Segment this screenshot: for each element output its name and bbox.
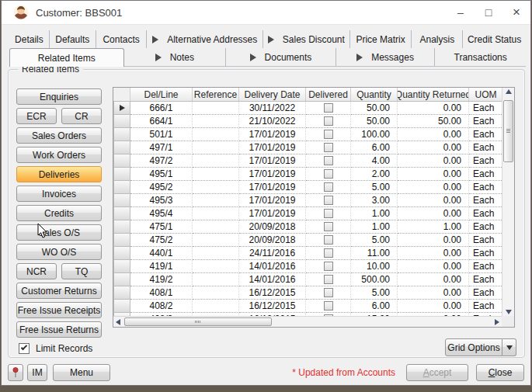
minimize-button[interactable]: – — [447, 1, 475, 24]
cell-quantity[interactable]: 11.00 — [351, 247, 398, 260]
cell-delivery-date[interactable]: 17/01/2019 — [239, 154, 306, 168]
cell-reference[interactable] — [193, 247, 239, 260]
delivered-checkbox[interactable] — [324, 248, 333, 258]
delivered-checkbox[interactable] — [324, 116, 333, 126]
cell-quantity[interactable]: 50.00 — [351, 102, 398, 115]
row-selector-cell[interactable] — [113, 102, 130, 115]
cell-uom[interactable]: Each — [469, 286, 502, 300]
table-row[interactable]: 495/117/01/20192.000.00Each — [113, 168, 502, 181]
delivered-checkbox[interactable] — [324, 103, 333, 113]
delivered-checkbox[interactable] — [324, 182, 333, 192]
cell-delivery-date[interactable]: 17/01/2019 — [239, 168, 306, 181]
cell-delivery-date[interactable]: 16/12/2015 — [239, 286, 306, 300]
tab-details[interactable]: Details — [9, 30, 50, 48]
tab-alternative-addresses[interactable]: Alternative Addresses — [147, 30, 263, 48]
scroll-down-icon[interactable] — [506, 310, 512, 314]
cell-del-line[interactable]: 497/1 — [130, 141, 193, 154]
cell-delivery-date[interactable]: 17/01/2019 — [239, 128, 306, 141]
cell-delivery-date[interactable]: 20/09/2018 — [239, 220, 306, 234]
row-selector-cell[interactable] — [113, 181, 130, 194]
cell-uom[interactable]: Each — [469, 234, 502, 247]
cell-delivered[interactable] — [306, 207, 351, 220]
row-selector-cell[interactable] — [113, 234, 130, 247]
delivered-checkbox[interactable] — [324, 143, 333, 152]
cell-delivery-date[interactable]: 14/01/2016 — [239, 260, 306, 273]
horizontal-scrollbar[interactable] — [113, 316, 502, 327]
cell-delivered[interactable] — [306, 286, 351, 300]
cell-reference[interactable] — [193, 181, 239, 194]
cell-delivered[interactable] — [306, 141, 351, 154]
cell-reference[interactable] — [193, 102, 239, 115]
cell-reference[interactable] — [193, 220, 239, 234]
cell-del-line[interactable]: 408/2 — [130, 300, 193, 313]
cell-del-line[interactable]: 495/1 — [130, 168, 193, 181]
tab-related-items[interactable]: Related Items — [9, 48, 124, 67]
cell-reference[interactable] — [193, 154, 239, 168]
cell-quantity[interactable]: 1.00 — [351, 220, 398, 234]
enquiries-button[interactable]: Enquiries — [16, 88, 102, 105]
customer-returns-button[interactable]: Customer Returns — [16, 283, 102, 299]
pin-button[interactable] — [8, 364, 23, 381]
cell-quantity-returned[interactable]: 1.00 — [398, 220, 469, 234]
cell-reference[interactable] — [193, 168, 239, 181]
cell-uom[interactable]: Each — [469, 154, 502, 168]
cell-quantity-returned[interactable]: 0.00 — [398, 194, 469, 207]
row-selector-cell[interactable] — [113, 168, 130, 181]
horizontal-scroll-thumb[interactable] — [124, 317, 272, 326]
cell-reference[interactable] — [193, 128, 239, 141]
row-selector-cell[interactable] — [113, 128, 130, 141]
cell-del-line[interactable]: 419/2 — [130, 273, 193, 286]
cell-delivered[interactable] — [306, 247, 351, 260]
cell-quantity[interactable]: 3.00 — [351, 194, 398, 207]
cell-delivery-date[interactable]: 17/01/2019 — [239, 141, 306, 154]
cell-reference[interactable] — [193, 141, 239, 154]
tab-sales-discount[interactable]: Sales Discount — [263, 30, 350, 48]
cell-uom[interactable]: Each — [469, 194, 502, 207]
delivered-checkbox[interactable] — [324, 235, 333, 245]
cell-del-line[interactable]: 440/1 — [130, 247, 193, 260]
cell-quantity-returned[interactable]: 0.00 — [398, 154, 469, 168]
cell-delivery-date[interactable]: 20/09/2018 — [239, 234, 306, 247]
row-selector-cell[interactable] — [113, 194, 130, 207]
cell-delivered[interactable] — [306, 260, 351, 273]
cell-uom[interactable]: Each — [469, 260, 502, 273]
cell-uom[interactable]: Each — [469, 168, 502, 181]
cell-delivery-date[interactable]: 14/01/2016 — [239, 273, 306, 286]
limit-records-checkbox[interactable] — [19, 343, 30, 354]
cell-uom[interactable]: Each — [469, 141, 502, 154]
ncr-button[interactable]: NCR — [16, 263, 57, 279]
cell-quantity-returned[interactable]: 0.00 — [398, 247, 469, 260]
cell-delivered[interactable] — [306, 234, 351, 247]
row-selector-cell[interactable] — [113, 300, 130, 313]
sales-o-s-button[interactable]: Sales O/S — [16, 224, 102, 241]
cell-uom[interactable]: Each — [469, 181, 502, 194]
cell-delivery-date[interactable]: 17/01/2019 — [239, 181, 306, 194]
cell-quantity[interactable]: 50.00 — [351, 115, 398, 128]
cell-quantity-returned[interactable]: 0.00 — [398, 102, 469, 115]
cell-quantity[interactable]: 10.00 — [351, 260, 398, 273]
credits-button[interactable]: Credits — [16, 205, 102, 221]
free-issue-receipts-button[interactable]: Free Issue Receipts — [16, 302, 102, 318]
cell-del-line[interactable]: 408/1 — [130, 286, 193, 300]
scroll-left-icon[interactable] — [116, 319, 120, 325]
delivered-checkbox[interactable] — [324, 156, 333, 165]
cell-quantity[interactable]: 6.00 — [351, 300, 398, 313]
cell-quantity-returned[interactable]: 0.00 — [398, 273, 469, 286]
cell-delivery-date[interactable]: 30/11/2022 — [239, 102, 306, 115]
cell-reference[interactable] — [193, 260, 239, 273]
table-row[interactable]: 495/217/01/20195.000.00Each — [113, 181, 502, 194]
cell-delivery-date[interactable]: 16/12/2015 — [239, 300, 306, 313]
cell-quantity-returned[interactable]: 0.00 — [398, 168, 469, 181]
cell-quantity-returned[interactable]: 0.00 — [398, 300, 469, 313]
delivered-checkbox[interactable] — [324, 130, 333, 139]
table-row[interactable]: 419/114/01/201610.000.00Each — [113, 260, 502, 273]
grid-options-dropdown-button[interactable] — [502, 338, 516, 356]
table-row[interactable]: 440/124/11/201611.000.00Each — [113, 247, 502, 260]
deliveries-button[interactable]: Deliveries — [16, 166, 102, 182]
wo-o-s-button[interactable]: WO O/S — [16, 244, 102, 260]
cell-reference[interactable] — [193, 115, 239, 128]
cell-delivery-date[interactable]: 17/01/2019 — [239, 207, 306, 220]
cell-delivered[interactable] — [306, 102, 351, 115]
tq-button[interactable]: TQ — [61, 263, 102, 279]
row-selector-cell[interactable] — [113, 207, 130, 220]
